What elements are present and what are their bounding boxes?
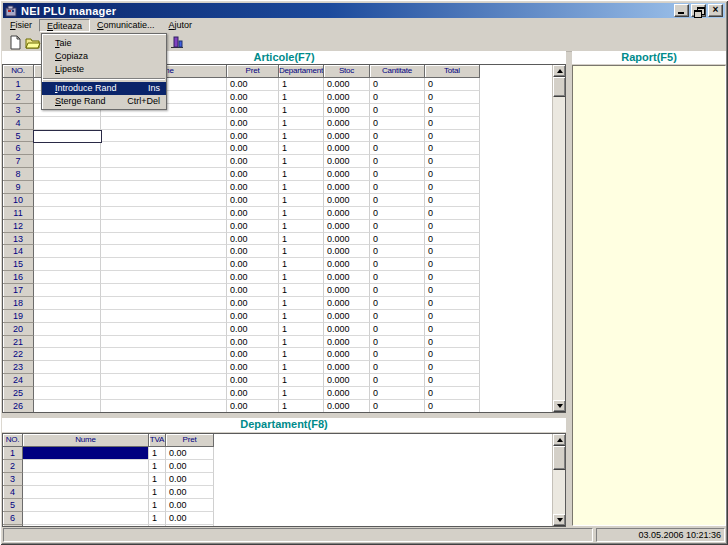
cell[interactable]: 0.000 [324, 181, 370, 194]
cell[interactable]: 0 [370, 323, 425, 336]
cell[interactable]: 0 [370, 400, 425, 413]
cell[interactable] [34, 348, 101, 361]
cell[interactable]: 0.00 [227, 78, 279, 91]
table-row[interactable]: 230.0010.00000 [3, 361, 565, 374]
cell[interactable]: 1 [279, 233, 324, 246]
cell[interactable]: 0.000 [324, 361, 370, 374]
cell[interactable] [23, 460, 149, 473]
cell[interactable]: 0.00 [227, 374, 279, 387]
cell[interactable]: 0 [425, 271, 480, 284]
cell[interactable]: 0.00 [227, 258, 279, 271]
cell[interactable]: 0.000 [324, 91, 370, 104]
cell[interactable]: 0 [425, 387, 480, 400]
cell[interactable]: 1 [279, 348, 324, 361]
cell[interactable]: 0 [370, 297, 425, 310]
cell[interactable]: 0.00 [166, 473, 214, 486]
cell[interactable] [34, 258, 101, 271]
cell[interactable] [23, 473, 149, 486]
cell[interactable]: 0 [370, 91, 425, 104]
cell[interactable]: 1 [279, 297, 324, 310]
table-row[interactable]: 160.0010.00000 [3, 271, 565, 284]
cell[interactable]: 0.000 [324, 233, 370, 246]
cell[interactable]: 0 [425, 374, 480, 387]
cell[interactable]: 0 [370, 155, 425, 168]
cell[interactable]: 0.000 [324, 336, 370, 349]
cell[interactable]: 0.00 [227, 297, 279, 310]
cell[interactable]: 0.00 [227, 142, 279, 155]
cell[interactable]: 0 [425, 194, 480, 207]
cell[interactable] [34, 361, 101, 374]
cell[interactable] [34, 142, 101, 155]
table-row[interactable]: 240.0010.00000 [3, 374, 565, 387]
cell[interactable]: 0 [425, 348, 480, 361]
cell[interactable] [34, 117, 101, 130]
table-row[interactable]: 710.00 [3, 525, 565, 527]
cell[interactable] [23, 512, 149, 525]
menu-ajutor[interactable]: Ajutor [162, 19, 200, 32]
cell[interactable]: 0.00 [227, 181, 279, 194]
menu-item-introduce-rand[interactable]: Introduce RandIns [42, 82, 166, 95]
table-row[interactable]: 100.0010.00000 [3, 194, 565, 207]
cell[interactable]: 0.000 [324, 284, 370, 297]
cell[interactable] [101, 181, 227, 194]
cell[interactable]: 0.00 [166, 486, 214, 499]
cell[interactable]: 0.00 [166, 447, 214, 460]
cell[interactable]: 1 [279, 181, 324, 194]
cell[interactable] [101, 284, 227, 297]
cell[interactable]: 1 [149, 473, 166, 486]
cell[interactable]: 0 [370, 142, 425, 155]
cell[interactable]: 0.00 [227, 207, 279, 220]
restore-button[interactable] [691, 4, 706, 17]
table-row[interactable]: 60.0010.00000 [3, 142, 565, 155]
cell[interactable]: 0.00 [227, 168, 279, 181]
cell[interactable]: 0 [370, 271, 425, 284]
cell[interactable] [34, 284, 101, 297]
column-header-stoc[interactable]: Stoc [324, 65, 370, 78]
cell[interactable] [101, 168, 227, 181]
cell[interactable] [101, 155, 227, 168]
cell[interactable]: 0 [425, 310, 480, 323]
cell[interactable]: 0 [370, 258, 425, 271]
cell[interactable]: 0 [370, 78, 425, 91]
cell[interactable]: 1 [149, 525, 166, 527]
table-row[interactable]: 130.0010.00000 [3, 233, 565, 246]
cell[interactable]: 0.00 [227, 233, 279, 246]
cell[interactable] [101, 271, 227, 284]
table-row[interactable]: 310.00 [3, 473, 565, 486]
cell[interactable]: 0.00 [227, 284, 279, 297]
table-row[interactable]: 250.0010.00000 [3, 387, 565, 400]
cell[interactable] [101, 297, 227, 310]
cell[interactable]: 0.000 [324, 310, 370, 323]
table-row[interactable]: 200.0010.00000 [3, 323, 565, 336]
cell[interactable]: 1 [279, 323, 324, 336]
cell[interactable] [101, 400, 227, 413]
cell[interactable] [101, 194, 227, 207]
cell[interactable] [23, 486, 149, 499]
raport-panel[interactable] [572, 65, 726, 526]
scroll-up-button[interactable] [553, 434, 566, 446]
open-file-button[interactable] [24, 33, 42, 51]
cell[interactable]: 0.000 [324, 323, 370, 336]
menu-editeaza[interactable]: Editeaza [39, 19, 90, 32]
cell[interactable]: 0.00 [227, 400, 279, 413]
title-bar[interactable]: NEI PLU manager × [3, 3, 725, 18]
cell[interactable]: 1 [279, 220, 324, 233]
cell[interactable]: 0.000 [324, 207, 370, 220]
cell[interactable]: 0.00 [166, 499, 214, 512]
cell[interactable]: 0 [425, 284, 480, 297]
cell[interactable]: 0 [370, 245, 425, 258]
table-row[interactable]: 220.0010.00000 [3, 348, 565, 361]
cell[interactable] [34, 155, 101, 168]
cell[interactable]: 0.000 [324, 220, 370, 233]
cell[interactable]: 0.00 [166, 460, 214, 473]
cell[interactable]: 0.00 [227, 310, 279, 323]
cell[interactable]: 0.00 [227, 271, 279, 284]
cell[interactable]: 0 [370, 387, 425, 400]
cell[interactable] [101, 142, 227, 155]
cell[interactable]: 0 [425, 233, 480, 246]
column-header-pret[interactable]: Pret [227, 65, 279, 78]
cell[interactable]: 0 [370, 168, 425, 181]
cell[interactable]: 0 [370, 207, 425, 220]
cell[interactable]: 0.000 [324, 258, 370, 271]
table-row[interactable]: 150.0010.00000 [3, 258, 565, 271]
